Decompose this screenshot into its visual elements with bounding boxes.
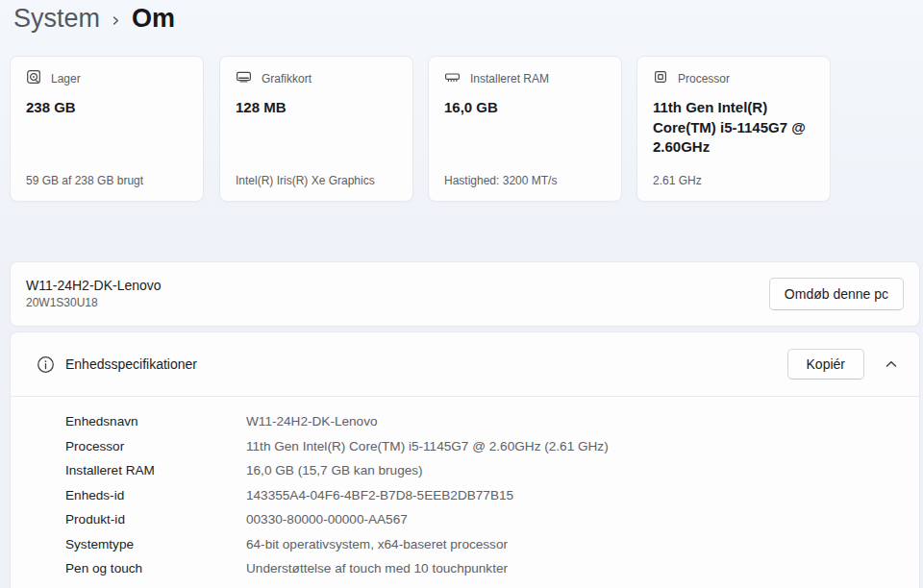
info-icon (37, 355, 55, 374)
storage-card: Lager 238 GB 59 GB af 238 GB brugt (10, 56, 204, 202)
processor-card-value: 11th Gen Intel(R) Core(TM) i5-1145G7 @ 2… (653, 98, 814, 158)
ram-card-footer: Hastighed: 3200 MT/s (444, 174, 606, 187)
spec-label: Systemtype (65, 537, 246, 551)
device-name: W11-24H2-DK-Lenovo (26, 278, 162, 295)
ram-icon (444, 69, 461, 87)
spec-value: 64-bit operativsystem, x64-baseret proce… (246, 537, 508, 551)
breadcrumb: System Om (13, 4, 175, 34)
processor-card-footer: 2.61 GHz (653, 174, 814, 187)
ram-card-value: 16,0 GB (444, 98, 606, 118)
spec-row-device-name: Enhedsnavn W11-24H2-DK-Lenovo (11, 409, 919, 434)
cpu-icon (653, 69, 668, 87)
spec-label: Produkt-id (65, 512, 246, 527)
spec-row-device-id: Enheds-id 143355A4-04F6-4BF2-B7D8-5EEB2D… (11, 483, 919, 508)
spec-value: W11-24H2-DK-Lenovo (246, 414, 378, 429)
ram-card-label: Installeret RAM (470, 72, 549, 86)
storage-card-footer: 59 GB af 238 GB brugt (26, 174, 187, 187)
spec-value: 11th Gen Intel(R) Core(TM) i5-1145G7 @ 2… (246, 439, 609, 453)
spec-label: Pen og touch (65, 561, 246, 576)
storage-icon (26, 69, 41, 87)
spec-row-processor: Processor 11th Gen Intel(R) Core(TM) i5-… (11, 434, 919, 459)
processor-card-label: Processor (678, 72, 730, 86)
graphics-card-footer: Intel(R) Iris(R) Xe Graphics (236, 174, 397, 187)
spec-value: Understøttelse af touch med 10 touchpunk… (246, 561, 508, 576)
spec-value: 00330-80000-00000-AA567 (246, 512, 408, 527)
device-model: 20W1S30U18 (26, 296, 162, 310)
spec-label: Enheds-id (65, 488, 246, 502)
graphics-card-value: 128 MB (236, 98, 397, 118)
chevron-right-icon (110, 14, 122, 27)
spec-row-pen-touch: Pen og touch Understøttelse af touch med… (11, 556, 919, 581)
spec-row-product-id: Produkt-id 00330-80000-00000-AA567 (11, 507, 919, 532)
rename-pc-button[interactable]: Omdøb denne pc (769, 278, 904, 310)
spec-value: 16,0 GB (15,7 GB kan bruges) (246, 463, 423, 478)
device-specs-header[interactable]: Enhedsspecifikationer Kopiér (11, 332, 919, 397)
spec-label: Installeret RAM (65, 463, 246, 478)
breadcrumb-system[interactable]: System (13, 4, 100, 34)
device-specs-title: Enhedsspecifikationer (65, 356, 197, 372)
spec-row-system-type: Systemtype 64-bit operativsystem, x64-ba… (11, 532, 919, 557)
processor-card: Processor 11th Gen Intel(R) Core(TM) i5-… (636, 56, 831, 202)
device-specs-panel: Enhedsspecifikationer Kopiér Enhedsnavn … (10, 331, 920, 588)
breadcrumb-om: Om (132, 4, 175, 34)
system-about-page: System Om Lager 238 GB 59 GB af 238 GB b… (0, 0, 923, 588)
spec-row-ram: Installeret RAM 16,0 GB (15,7 GB kan bru… (11, 458, 919, 483)
ram-card: Installeret RAM 16,0 GB Hastighed: 3200 … (428, 56, 622, 202)
graphics-card: Grafikkort 128 MB Intel(R) Iris(R) Xe Gr… (219, 56, 413, 202)
chevron-up-icon[interactable] (877, 350, 906, 379)
spec-label: Enhedsnavn (65, 414, 246, 429)
copy-button[interactable]: Kopiér (787, 349, 864, 380)
graphics-card-label: Grafikkort (262, 72, 312, 86)
gpu-icon (236, 69, 252, 87)
spec-value: 143355A4-04F6-4BF2-B7D8-5EEB2DB77B15 (246, 488, 513, 502)
spec-label: Processor (65, 439, 246, 453)
device-name-panel: W11-24H2-DK-Lenovo 20W1S30U18 Omdøb denn… (10, 261, 920, 327)
device-specs-body: Enhedsnavn W11-24H2-DK-Lenovo Processor … (11, 397, 919, 581)
storage-card-label: Lager (51, 72, 81, 86)
storage-card-value: 238 GB (26, 98, 187, 118)
